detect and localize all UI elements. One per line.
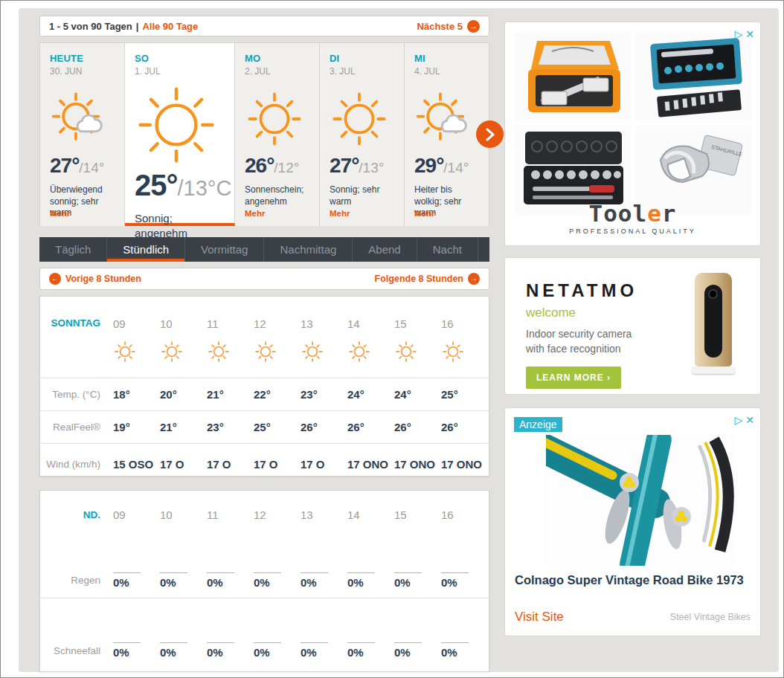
learn-more-button[interactable]: LEARN MORE › — [526, 367, 621, 389]
day-card-so-selected[interactable]: SO 1. JUL 25°/13°C Sonnig; angenehm — [125, 43, 235, 226]
hour-header: 15 — [394, 317, 441, 330]
pager-separator: | — [136, 21, 139, 32]
tool-image-grid: STAHLWILLE — [515, 32, 752, 216]
rain-value: 0% — [113, 572, 141, 589]
row-label: RealFeel® — [40, 422, 113, 433]
all-days-link[interactable]: Alle 90 Tage — [142, 21, 198, 32]
hour-header: 10 — [160, 508, 207, 521]
row-label: Wind (km/h) — [40, 459, 113, 470]
sun-cloud-icon — [48, 87, 124, 151]
temp-value: 24° — [347, 388, 394, 401]
day-name: DI — [330, 53, 404, 64]
realfeel-row: RealFeel® 19° 21° 23° 25° 26° 26° 26° 26… — [40, 411, 489, 444]
day-date: 30. JUN — [50, 66, 124, 77]
day-card-heute[interactable]: HEUTE 30. JUN 27°/14° Überwiegend sonnig… — [40, 43, 125, 226]
temp-value: 23° — [301, 388, 347, 401]
wind-value: 17 ONO — [347, 458, 394, 471]
pager-bar: 1 - 5 von 90 Tagen | Alle 90 Tage Nächst… — [39, 16, 489, 36]
tab-vormittag[interactable]: Vormittag — [185, 237, 264, 262]
row-label: Regen — [40, 575, 113, 586]
ad-close-icon[interactable]: ✕ — [745, 28, 754, 40]
more-link[interactable]: Mehr — [414, 209, 434, 218]
row-label: Temp. (°C) — [40, 389, 113, 400]
more-link[interactable]: Mehr — [50, 209, 70, 218]
visit-site-link[interactable]: Visit Site — [515, 610, 564, 624]
ad-label: Anzeige — [514, 417, 562, 432]
sun-icon — [133, 84, 234, 166]
row-label: Schneefall — [40, 645, 113, 656]
hour-header: 11 — [207, 317, 254, 330]
previous-8-hours-link[interactable]: ← Vorige 8 Stunden — [49, 273, 141, 285]
camera-base — [692, 367, 735, 374]
more-link[interactable]: Mehr — [330, 209, 350, 218]
day-description: Sonnig; sehr warm — [330, 184, 404, 207]
wind-value: 17 ONO — [394, 458, 441, 471]
night-day-label: ND. — [40, 509, 113, 520]
more-link[interactable]: Mehr — [245, 209, 265, 218]
tab-taeglich[interactable]: Täglich — [39, 237, 107, 262]
netatmo-camera-image — [695, 273, 732, 367]
ad-tooler[interactable]: ▷ ✕ — [504, 22, 761, 246]
wind-row: Wind (km/h) 15 OSO 17 O 17 O 17 O 17 O 1… — [40, 444, 489, 484]
hour-headers: 09 10 11 12 13 14 15 16 — [113, 508, 489, 521]
ad-close-icon[interactable]: ✕ — [745, 414, 754, 426]
snow-row: Schneefall 0% 0% 0% 0% 0% 0% 0% 0% — [40, 633, 489, 668]
snow-value: 0% — [254, 642, 281, 659]
hour-header: 14 — [347, 508, 394, 521]
forecast-tab-bar: Täglich Stündlich Vormittag Nachmittag A… — [39, 237, 489, 262]
snow-value: 0% — [207, 642, 234, 659]
rain-row: Regen 0% 0% 0% 0% 0% 0% 0% 0% — [40, 563, 489, 598]
rain-value: 0% — [254, 572, 281, 589]
snow-value: 0% — [347, 642, 375, 659]
orange-tool-case-image — [515, 32, 632, 122]
day-temperature: 27°/14° — [50, 154, 124, 178]
ad-bike[interactable]: Anzeige ▷ ✕ — [504, 407, 761, 636]
tooler-logo: Tooler PROFESSIONAL QUALITY — [505, 200, 760, 235]
ad-netatmo[interactable]: NETATMO welcome Indoor security camera w… — [504, 257, 761, 395]
realfeel-value: 19° — [113, 421, 160, 433]
rain-value: 0% — [441, 572, 469, 589]
temp-value: 20° — [160, 388, 207, 401]
day-card-di[interactable]: DI 3. JUL 27°/13° Sonnig; sehr warm Mehr — [320, 43, 405, 226]
tab-nachmittag[interactable]: Nachmittag — [264, 237, 353, 262]
rain-value: 0% — [394, 572, 422, 589]
realfeel-value: 21° — [160, 421, 207, 433]
wind-value: 17 ONO — [441, 458, 488, 471]
bike-ad-title: Colnago Super Vintage Road Bike 1973 — [515, 573, 744, 587]
hour-header: 14 — [347, 317, 394, 330]
day-description: Sonnig; angenehm — [135, 211, 234, 240]
tooler-tagline: PROFESSIONAL QUALITY — [505, 227, 760, 235]
rain-value: 0% — [160, 572, 187, 589]
day-description: Sonnenschein; angenehm — [245, 184, 319, 207]
adchoices-icon[interactable]: ▷ — [734, 414, 742, 426]
hour-header: 09 — [113, 317, 160, 330]
temp-value: 25° — [441, 388, 488, 401]
carousel-next-button[interactable] — [476, 120, 504, 148]
chevron-right-icon — [485, 128, 495, 141]
realfeel-value: 26° — [394, 421, 441, 433]
hourly-day-label: SONNTAG — [40, 317, 113, 329]
netatmo-subtitle: welcome — [526, 306, 576, 320]
wind-value: 17 O — [160, 458, 207, 471]
hourly-forecast-table: SONNTAG 09 10 11 12 13 14 15 16 — [39, 296, 489, 477]
camera-lens — [708, 289, 718, 299]
temp-value: 22° — [254, 388, 301, 401]
next-8-hours-link[interactable]: Folgende 8 Stunden → — [375, 273, 480, 285]
realfeel-value: 26° — [301, 421, 347, 433]
tab-stuendlich[interactable]: Stündlich — [107, 237, 185, 262]
day-temperature: 25°/13°C — [135, 169, 234, 202]
snow-value: 0% — [441, 642, 469, 659]
hour-header: 10 — [160, 317, 207, 330]
night-forecast-table: ND. 09 10 11 12 13 14 15 16 Regen 0% 0% … — [39, 490, 489, 672]
tab-nacht[interactable]: Nacht — [417, 237, 478, 262]
temp-value: 18° — [113, 388, 160, 401]
advertiser-name: Steel Vintage Bikes — [670, 612, 751, 622]
tab-abend[interactable]: Abend — [353, 237, 417, 262]
arrow-right-icon: → — [467, 20, 480, 33]
next-5-days-link[interactable]: Nächste 5 → — [417, 20, 480, 33]
adchoices-icon[interactable]: ▷ — [734, 28, 742, 40]
sun-icon — [301, 339, 347, 367]
day-card-mo[interactable]: MO 2. JUL 26°/12° Sonnenschein; angenehm… — [235, 43, 320, 226]
hour-header: 16 — [441, 508, 488, 521]
sun-icon — [394, 339, 441, 367]
